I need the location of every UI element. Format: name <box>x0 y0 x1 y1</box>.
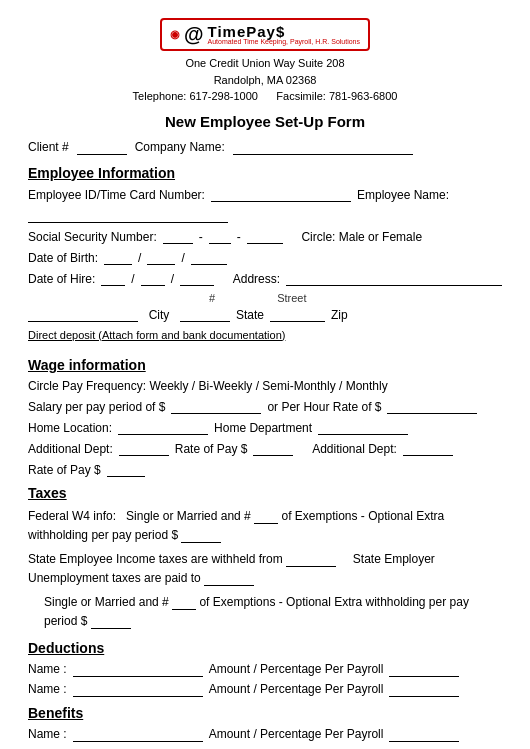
deduction-name-label-1: Name : <box>28 662 67 676</box>
state-exemptions-input[interactable] <box>172 595 196 610</box>
addl-dept2-input[interactable] <box>403 441 453 456</box>
city-input[interactable] <box>28 307 138 322</box>
benefit-row-1: Name : Amount / Percentage Per Payroll <box>28 727 502 742</box>
logo-circle-icon: ◉ <box>170 28 180 41</box>
dob-month-input[interactable] <box>104 250 132 265</box>
city-state-row: City State Zip <box>28 307 502 322</box>
address-block: Date of Hire: / / Address: # Street City… <box>28 271 502 322</box>
doh-day-input[interactable] <box>141 271 165 286</box>
rate2-label: Rate of Pay $ <box>28 463 101 477</box>
salary-input[interactable] <box>171 399 261 414</box>
fed-w4-row: Federal W4 info: Single or Married and #… <box>28 507 502 545</box>
fed-w4-text: Single or Married and # <box>126 509 251 523</box>
rate2-input[interactable] <box>107 462 145 477</box>
addl-dept1-input[interactable] <box>119 441 169 456</box>
address-label: Address: <box>233 272 280 286</box>
form-title: New Employee Set-Up Form <box>28 113 502 130</box>
state-label-under: State <box>236 308 264 322</box>
wage-info-heading: Wage information <box>28 357 502 373</box>
client-label: Client # <box>28 140 69 154</box>
benefit-amount-label-1: Amount / Percentage Per Payroll <box>209 727 384 741</box>
employee-id-label: Employee ID/Time Card Number: <box>28 188 205 202</box>
company-name-input[interactable] <box>233 140 413 155</box>
employee-id-input[interactable] <box>211 187 351 202</box>
state-input[interactable] <box>180 307 230 322</box>
dob-label: Date of Birth: <box>28 251 98 265</box>
fax-label: Facsimile: 781-963-6800 <box>276 90 397 102</box>
address-row-main: Date of Hire: / / Address: <box>28 271 502 286</box>
per-hour-label: or Per Hour Rate of $ <box>267 400 381 414</box>
home-dept-label: Home Department <box>214 421 312 435</box>
benefits-rows: Name : Amount / Percentage Per Payroll N… <box>28 727 502 749</box>
client-row: Client # Company Name: <box>28 140 502 155</box>
taxes-section: Federal W4 info: Single or Married and #… <box>28 507 502 632</box>
deduction-amount-label-1: Amount / Percentage Per Payroll <box>209 662 384 676</box>
doh-year-input[interactable] <box>180 271 214 286</box>
benefit-name-input-1[interactable] <box>73 727 203 742</box>
header: ◉ @ TimePay$ Automated Time Keeping, Pay… <box>28 18 502 105</box>
home-location-label: Home Location: <box>28 421 112 435</box>
dob-day-input[interactable] <box>147 250 175 265</box>
rate1-input[interactable] <box>253 441 293 456</box>
address-line1: One Credit Union Way Suite 208 <box>28 55 502 72</box>
logo-box: ◉ @ TimePay$ Automated Time Keeping, Pay… <box>160 18 370 51</box>
pay-freq-row: Circle Pay Frequency: Weekly / Bi-Weekly… <box>28 379 502 393</box>
logo-area: ◉ @ TimePay$ Automated Time Keeping, Pay… <box>28 18 502 51</box>
direct-deposit-note: Direct deposit (Attach form and bank doc… <box>28 328 502 349</box>
deduction-row-2: Name : Amount / Percentage Per Payroll <box>28 682 502 697</box>
street-label: Street <box>277 292 306 304</box>
ssn-part3-input[interactable] <box>247 229 283 244</box>
state-extra-withholding-input[interactable] <box>91 614 131 629</box>
state-exemptions-text: Single or Married and # <box>44 595 169 609</box>
employee-name-input[interactable] <box>28 208 228 223</box>
benefits-heading: Benefits <box>28 705 502 721</box>
hash-label: # <box>209 292 215 304</box>
addl-dept-row: Additional Dept: Rate of Pay $ Additiona… <box>28 441 502 477</box>
home-dept-input[interactable] <box>318 420 408 435</box>
deduction-amount-input-2[interactable] <box>389 682 459 697</box>
address-line2: Randolph, MA 02368 <box>28 72 502 89</box>
phone-label: Telephone: 617-298-1000 <box>133 90 258 102</box>
logo-at-sign: @ <box>184 23 204 46</box>
rate1-label: Rate of Pay $ <box>175 442 248 456</box>
per-hour-input[interactable] <box>387 399 477 414</box>
deductions-rows: Name : Amount / Percentage Per Payroll N… <box>28 662 502 697</box>
client-number-input[interactable] <box>77 140 127 155</box>
state-withheld-row: State Employee Income taxes are withheld… <box>28 550 502 588</box>
deductions-heading: Deductions <box>28 640 502 656</box>
phone-fax-line: Telephone: 617-298-1000 Facsimile: 781-9… <box>28 88 502 105</box>
ssn-row: Social Security Number: - - Circle: Male… <box>28 229 502 265</box>
fed-extra-withholding-input[interactable] <box>181 528 221 543</box>
deduction-name-label-2: Name : <box>28 682 67 696</box>
salary-row: Salary per pay period of $ or Per Hour R… <box>28 399 502 414</box>
state-withheld-input[interactable] <box>286 552 336 567</box>
deduction-amount-label-2: Amount / Percentage Per Payroll <box>209 682 384 696</box>
deduction-amount-input-1[interactable] <box>389 662 459 677</box>
deduction-name-input-1[interactable] <box>73 662 203 677</box>
state-unemployment-input[interactable] <box>204 571 254 586</box>
employee-info-heading: Employee Information <box>28 165 502 181</box>
fed-exemptions-input[interactable] <box>254 509 278 524</box>
dob-year-input[interactable] <box>191 250 227 265</box>
header-address: One Credit Union Way Suite 208 Randolph,… <box>28 55 502 105</box>
salary-label: Salary per pay period of $ <box>28 400 165 414</box>
zip-input[interactable] <box>270 307 325 322</box>
employee-name-label: Employee Name: <box>357 188 449 202</box>
benefit-amount-input-1[interactable] <box>389 727 459 742</box>
circle-label: Circle: Male or Female <box>301 230 422 244</box>
state-withheld-label: State Employee Income taxes are withheld… <box>28 552 283 566</box>
pay-freq-label: Circle Pay Frequency: Weekly / Bi-Weekly… <box>28 379 388 393</box>
employee-id-row: Employee ID/Time Card Number: Employee N… <box>28 187 502 223</box>
deduction-name-input-2[interactable] <box>73 682 203 697</box>
doh-month-input[interactable] <box>101 271 125 286</box>
logo-tagline: Automated Time Keeping, Payroll, H.R. So… <box>207 38 360 46</box>
zip-label-under: Zip <box>331 308 348 322</box>
ssn-part1-input[interactable] <box>163 229 193 244</box>
address-street-number-input[interactable] <box>286 271 502 286</box>
doh-label: Date of Hire: <box>28 272 95 286</box>
ssn-part2-input[interactable] <box>209 229 231 244</box>
home-location-input[interactable] <box>118 420 208 435</box>
addl-dept2-label: Additional Dept: <box>312 442 397 456</box>
deduction-row-1: Name : Amount / Percentage Per Payroll <box>28 662 502 677</box>
taxes-heading: Taxes <box>28 485 502 501</box>
